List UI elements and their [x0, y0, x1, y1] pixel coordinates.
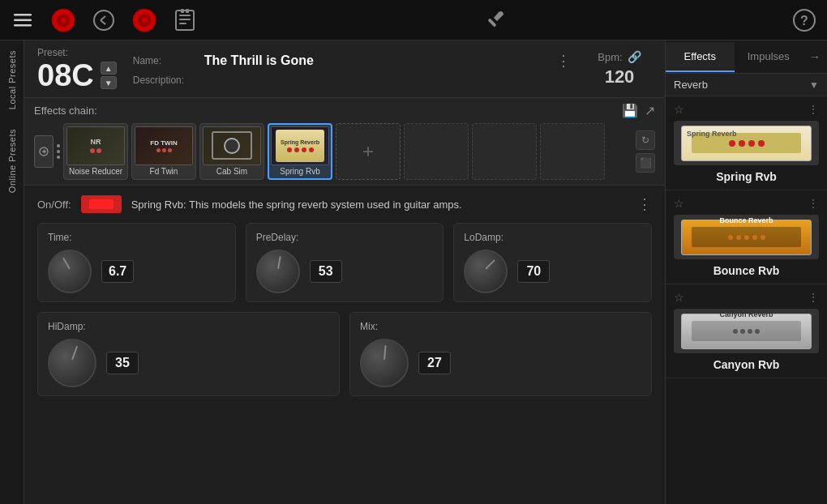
- svg-rect-0: [14, 14, 32, 16]
- reverb-bounce-star[interactable]: ☆: [674, 197, 684, 210]
- effect-name-noise: Noise Reducer: [69, 165, 122, 177]
- knobs-row-1: Time: 6.7 PreDelay: 53: [37, 223, 652, 302]
- online-presets-tab[interactable]: Online Presets: [4, 119, 20, 203]
- reverb-spring-star[interactable]: ☆: [674, 103, 684, 116]
- s-knob2: [739, 140, 745, 147]
- impulses-tab[interactable]: Impulses: [735, 42, 803, 72]
- hidamp-label: HiDamp:: [48, 321, 329, 332]
- effect-slot-cab[interactable]: Cab Sim: [199, 123, 264, 180]
- preset-menu-dots[interactable]: ⋮: [556, 52, 571, 70]
- chain-refresh-icon[interactable]: ↻: [636, 130, 655, 150]
- reverb-spring-header: ☆ ⋮: [674, 103, 819, 116]
- effect-slot-fd[interactable]: FD TWIN Fd Twin: [131, 123, 196, 180]
- bpm-section: Bpm: 🔗 120: [587, 50, 652, 88]
- detail-menu-dots[interactable]: ⋮: [637, 195, 652, 213]
- canyon-rvb-thumb: Canyon Reverb: [681, 314, 812, 349]
- chain-bypass-icon[interactable]: ⬛: [636, 153, 655, 173]
- effect-name-fd: Fd Twin: [150, 165, 178, 177]
- preset-name-value: The Thrill is Gone: [204, 53, 314, 68]
- top-bar-center: [198, 7, 791, 33]
- effect-slot-spring[interactable]: Spring Reverb Spring Rvb: [268, 123, 332, 180]
- effect-slot-empty2[interactable]: [472, 123, 537, 180]
- effect-slot-noise[interactable]: NR Noise Reducer: [63, 123, 128, 180]
- effect-slot-empty1[interactable]: [404, 123, 469, 180]
- b-knob3: [744, 235, 749, 240]
- svg-rect-12: [179, 19, 191, 20]
- b-knob4: [752, 235, 757, 240]
- reverb-item-spring[interactable]: ☆ ⋮ Spring Reverb Spring Rvb: [666, 96, 827, 190]
- c-knob1: [733, 329, 738, 334]
- logo-icon[interactable]: [50, 7, 76, 33]
- fd-thumbnail: FD TWIN: [135, 126, 193, 165]
- time-label: Time:: [48, 232, 225, 243]
- reverb-list: ☆ ⋮ Spring Reverb Spring Rvb: [666, 96, 827, 504]
- noise-thumbnail: NR: [66, 126, 125, 165]
- wrench-icon[interactable]: [482, 7, 508, 33]
- effects-tab[interactable]: Effects: [666, 42, 735, 72]
- on-off-toggle[interactable]: [81, 195, 122, 213]
- mix-knob[interactable]: [360, 339, 409, 387]
- s-knob3: [748, 140, 755, 147]
- knob-group-lodamp: LoDamp: 70: [453, 223, 652, 302]
- preset-down-arrow[interactable]: ▼: [101, 76, 117, 89]
- reverb-item-bounce[interactable]: ☆ ⋮ Bounce Reverb Bo: [666, 190, 827, 284]
- exit-panel-icon[interactable]: →: [803, 41, 827, 73]
- hidamp-control-row: 35: [48, 339, 329, 387]
- reverb-spring-dots[interactable]: ⋮: [808, 103, 819, 116]
- reverb-canyon-dots[interactable]: ⋮: [808, 291, 819, 304]
- reverb-category-select[interactable]: Reverb ▼: [666, 74, 827, 96]
- chain-save-icon[interactable]: 💾: [622, 103, 638, 118]
- reverb-item-canyon[interactable]: ☆ ⋮ Canyon Reverb Canyon Rvb: [666, 284, 827, 378]
- chain-dots-menu[interactable]: [57, 144, 60, 159]
- desc-label: Description:: [133, 75, 198, 86]
- effect-detail-header: On/Off: Spring Rvb: This models the spri…: [37, 195, 652, 213]
- preset-info: Name: The Thrill is Gone ⋮ Description:: [133, 52, 571, 86]
- back-icon[interactable]: [91, 7, 117, 33]
- lodamp-knob[interactable]: [464, 250, 508, 293]
- svg-text:?: ?: [800, 14, 808, 28]
- svg-point-5: [61, 18, 66, 23]
- b-knob1: [728, 235, 733, 240]
- predelay-knob[interactable]: [256, 250, 300, 293]
- notes-icon[interactable]: [172, 7, 198, 33]
- main-content: Local Presets Online Presets Preset: 08C…: [0, 41, 827, 504]
- time-value: 6.7: [101, 260, 134, 283]
- canyon-rvb-thumbnail: Canyon Reverb: [674, 309, 819, 353]
- effect-detail-panel: On/Off: Spring Rvb: This models the spri…: [24, 186, 665, 504]
- mix-control-row: 27: [360, 339, 641, 387]
- spring-thumbnail: Spring Reverb: [271, 126, 329, 165]
- preset-name-row: Name: The Thrill is Gone ⋮: [133, 52, 571, 70]
- right-panel-tabs: Effects Impulses →: [666, 41, 827, 74]
- svg-rect-14: [181, 9, 184, 13]
- effect-name-spring: Spring Rvb: [280, 165, 319, 177]
- chain-export-icon[interactable]: ↗: [645, 103, 655, 118]
- logo2-icon[interactable]: [131, 7, 157, 33]
- preset-up-arrow[interactable]: ▲: [101, 62, 117, 75]
- help-icon[interactable]: ?: [791, 7, 817, 33]
- hamburger-menu-icon[interactable]: [10, 7, 36, 33]
- effects-chain-label: Effects chain:: [34, 105, 97, 117]
- local-presets-tab[interactable]: Local Presets: [4, 41, 20, 119]
- b-knob2: [736, 235, 741, 240]
- on-off-label: On/Off:: [37, 199, 71, 211]
- svg-point-6: [94, 11, 114, 30]
- effects-chain-header: Effects chain: 💾 ↗: [34, 103, 655, 118]
- predelay-label: PreDelay:: [256, 232, 434, 243]
- effect-name-cab: Cab Sim: [216, 165, 247, 177]
- spring-rvb-name: Spring Rvb: [674, 170, 819, 183]
- add-effect-button[interactable]: +: [336, 123, 401, 180]
- top-bar-right: ?: [791, 7, 817, 33]
- right-panel: Effects Impulses → Reverb ▼ ☆ ⋮ Spring R…: [665, 41, 827, 504]
- reverb-canyon-star[interactable]: ☆: [674, 291, 684, 304]
- svg-rect-1: [14, 19, 32, 21]
- left-sidebar: Local Presets Online Presets: [0, 41, 24, 504]
- hidamp-knob[interactable]: [48, 339, 96, 387]
- chain-input-icon[interactable]: [34, 135, 54, 168]
- reverb-bounce-dots[interactable]: ⋮: [808, 197, 819, 210]
- time-knob[interactable]: [48, 250, 92, 293]
- canyon-rvb-name: Canyon Rvb: [674, 358, 819, 371]
- effect-slot-empty3[interactable]: [540, 123, 605, 180]
- effect-description: Spring Rvb: This models the spring rever…: [131, 199, 628, 211]
- bpm-link-icon[interactable]: 🔗: [628, 50, 641, 63]
- b-knob5: [761, 235, 765, 240]
